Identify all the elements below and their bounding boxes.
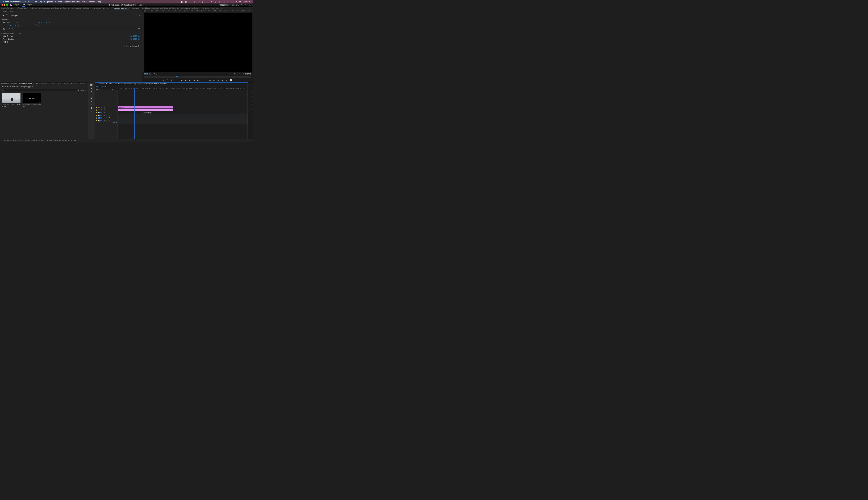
- filter-icon[interactable]: 🗀: [78, 89, 80, 91]
- eye-icon[interactable]: 👁: [104, 109, 105, 111]
- lock-icon[interactable]: 🔒: [95, 109, 97, 111]
- settings-icon[interactable]: 🔧: [239, 73, 241, 75]
- new-layer-icon[interactable]: ▤: [139, 14, 141, 17]
- link-icon[interactable]: 𝟴: [10, 24, 12, 26]
- menubar-icon[interactable]: ≡: [210, 1, 212, 3]
- program-tc-right[interactable]: 00;00;07;08: [243, 73, 251, 75]
- sync-lock-icon[interactable]: ⊟: [101, 112, 103, 114]
- camera-button[interactable]: 📷: [217, 79, 220, 82]
- work-area-bar[interactable]: [118, 90, 173, 90]
- rotation-value[interactable]: 0: [38, 25, 39, 26]
- search-icon[interactable]: ⌕: [227, 1, 229, 3]
- mark-out-button[interactable]: }: [171, 79, 174, 82]
- quality-select[interactable]: Full ⌄: [234, 73, 238, 75]
- mute-button[interactable]: M: [104, 115, 105, 116]
- lane-a3[interactable]: [118, 119, 248, 122]
- app-name[interactable]: Adobe Premiere Pro 2024: [3, 1, 26, 3]
- step-forward-button[interactable]: |▶: [193, 79, 195, 82]
- menu-help[interactable]: Help: [98, 1, 101, 3]
- lift-button[interactable]: ⬚: [205, 79, 207, 82]
- layer-row[interactable]: Text Layer: [0, 13, 142, 18]
- menubar-icon[interactable]: ⎋: [193, 1, 196, 3]
- tracks-area[interactable]: Text Layer fxText Layer +00;00;00;00: [118, 90, 248, 140]
- program-scrubber[interactable]: [144, 76, 251, 78]
- show-in-text-panel-button[interactable]: Show in Text panel: [124, 45, 140, 47]
- position-y[interactable]: 1080.0: [14, 22, 19, 23]
- new-group-icon[interactable]: ▭: [136, 14, 138, 17]
- track-select-tool[interactable]: ⬌: [90, 87, 93, 90]
- mark-in-button[interactable]: {: [167, 79, 169, 82]
- lane-v1[interactable]: [118, 111, 248, 114]
- track-head-a3[interactable]: 🔒A3⊟MS🎤: [95, 119, 117, 122]
- eg-tab-edit[interactable]: Edit: [10, 10, 13, 12]
- lock-icon[interactable]: 🔒: [95, 115, 97, 116]
- menu-markers[interactable]: Markers: [55, 1, 62, 3]
- quick-export-icon[interactable]: [241, 4, 243, 6]
- lane-a1[interactable]: [118, 114, 248, 117]
- extract-button[interactable]: ⬓: [209, 79, 212, 82]
- project-item-video[interactable]: videoblocks-4k-uhd-slow-m...15:22: [2, 93, 21, 107]
- project-item-sequence[interactable]: Text Layer◱ videoblocks-4k-uhd-slow-mo..…: [23, 93, 41, 107]
- eye-icon[interactable]: [2, 14, 4, 16]
- lane-a2[interactable]: [118, 117, 248, 119]
- menubar-icon[interactable]: ☁: [189, 1, 192, 3]
- sync-lock-icon[interactable]: ⊟: [101, 107, 103, 109]
- track-head-v2[interactable]: 🔒V2⊟👁: [95, 109, 117, 111]
- program-tc-left[interactable]: 00;00;00;00: [144, 73, 152, 75]
- track-head-v3[interactable]: 🔒V3⊟👁: [95, 106, 117, 109]
- voice-over-button[interactable]: 🎤: [108, 115, 110, 116]
- anchor-x[interactable]: 1920.0: [37, 22, 42, 23]
- anchor-y[interactable]: 1080.0: [45, 22, 50, 23]
- tab-project[interactable]: Project: How to Create a Glitch Effect (…: [1, 83, 34, 85]
- timeline-timecode[interactable]: 00;00;02;05: [95, 85, 248, 88]
- menu-clip[interactable]: Clip: [39, 1, 42, 3]
- track-head-v1[interactable]: 🔒V1⊟👁: [95, 111, 117, 114]
- tab-libraries[interactable]: Libraries: [49, 83, 56, 85]
- home-icon[interactable]: [10, 4, 12, 6]
- workspace-dropdown[interactable]: ❐ EDITING: [219, 4, 229, 6]
- bluetooth-icon[interactable]: ᛒ: [218, 1, 221, 3]
- tab-import[interactable]: Import: [14, 3, 19, 7]
- type-tool[interactable]: T: [90, 110, 93, 113]
- tab-audio-mixer[interactable]: Audio Clip Mixer: videoblocks-4k-uhd-slo…: [30, 7, 111, 9]
- timeline-seq-name[interactable]: ◦ videoblocks-4k-uhd-slow-mo-shot-of-man…: [95, 83, 248, 85]
- tab-essential-graphics[interactable]: Essential Graphics ≡: [114, 7, 129, 9]
- solo-button[interactable]: S: [106, 115, 108, 116]
- roll-checkbox[interactable]: [3, 41, 4, 43]
- add-marker-button[interactable]: ▼: [163, 79, 165, 82]
- intro-tc[interactable]: 00;00;00;00: [130, 35, 140, 37]
- menubar-icon[interactable]: ▣: [185, 1, 187, 3]
- menubar-icon[interactable]: ⊞: [214, 1, 216, 3]
- sync-lock-icon[interactable]: ⊟: [101, 109, 103, 111]
- timeline-ruler[interactable]: ;00;0000;00;01;0000;00;02;0000;00;03;000…: [118, 88, 248, 90]
- tab-metadata[interactable]: Metadata: [132, 7, 138, 9]
- track-head-a1[interactable]: 🔒A1⊟MS🎤: [95, 114, 117, 117]
- caption-button[interactable]: cc: [115, 88, 116, 90]
- proxy-button[interactable]: ⬕: [226, 79, 228, 82]
- go-to-in-button[interactable]: |◀: [181, 79, 183, 82]
- linked-selection-button[interactable]: ∩: [99, 88, 101, 90]
- zoom-fit-select[interactable]: Fit ⌄: [154, 73, 158, 75]
- opacity-slider[interactable]: [16, 29, 140, 29]
- export-frame-button[interactable]: ▣: [213, 79, 216, 82]
- pen-tool[interactable]: ✒: [90, 100, 93, 103]
- project-search-input[interactable]: [4, 89, 77, 91]
- lane-mix[interactable]: [118, 122, 248, 124]
- settings-button[interactable]: 🔧: [111, 88, 113, 90]
- close-tab-icon[interactable]: ≡: [128, 7, 129, 9]
- go-to-out-button[interactable]: ▶|: [197, 79, 199, 82]
- tab-source[interactable]: Source: (no clips): [1, 7, 13, 9]
- menu-sequence[interactable]: Sequence: [44, 1, 53, 3]
- vertical-label[interactable]: VERTICAL: [231, 4, 239, 6]
- maximize-icon[interactable]: ⛶: [249, 4, 251, 6]
- position-x[interactable]: 1920.0: [6, 22, 11, 23]
- tab-info[interactable]: Info: [58, 83, 61, 85]
- track-head-mix[interactable]: Mix0.0⤢: [95, 122, 117, 124]
- program-canvas[interactable]: [145, 13, 252, 72]
- ripple-edit-tool[interactable]: ⇥: [90, 90, 93, 93]
- razor-tool[interactable]: ✂: [90, 93, 93, 96]
- safe-margins-button[interactable]: ⬜: [230, 79, 232, 82]
- snap-button[interactable]: ⁂: [96, 88, 98, 90]
- lock-icon[interactable]: 🔒: [95, 117, 97, 119]
- eye-icon[interactable]: 👁: [104, 107, 105, 109]
